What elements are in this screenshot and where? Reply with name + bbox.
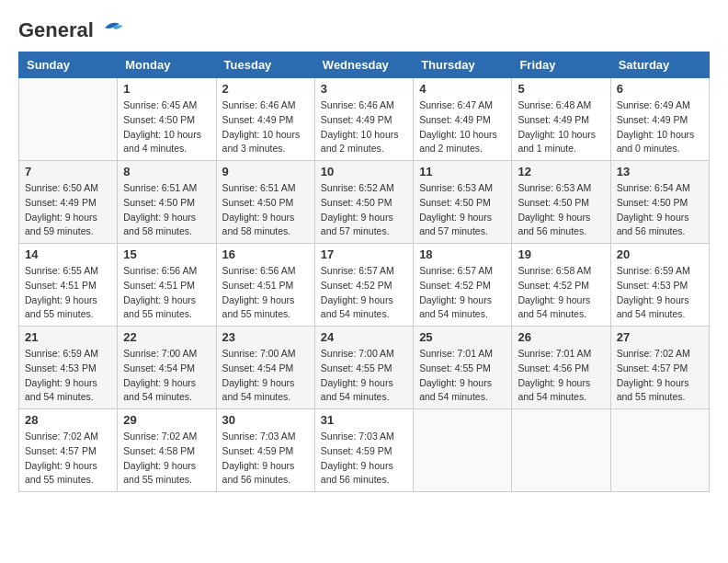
calendar-cell: 8Sunrise: 6:51 AM Sunset: 4:50 PM Daylig…: [118, 161, 216, 244]
calendar-cell: 22Sunrise: 7:00 AM Sunset: 4:54 PM Dayli…: [118, 327, 216, 409]
day-info: Sunrise: 7:01 AM Sunset: 4:55 PM Dayligh…: [419, 347, 506, 405]
day-info: Sunrise: 7:02 AM Sunset: 4:57 PM Dayligh…: [617, 347, 703, 405]
day-number: 6: [617, 82, 703, 96]
day-info: Sunrise: 7:02 AM Sunset: 4:57 PM Dayligh…: [25, 430, 111, 488]
day-number: 10: [321, 165, 407, 178]
weekday-header-cell: Monday: [118, 52, 216, 78]
calendar-cell: 11Sunrise: 6:53 AM Sunset: 4:50 PM Dayli…: [414, 161, 512, 244]
weekday-header-cell: Tuesday: [216, 52, 314, 78]
day-info: Sunrise: 7:01 AM Sunset: 4:56 PM Dayligh…: [518, 347, 604, 405]
calendar-cell: [512, 409, 610, 492]
calendar-cell: 7Sunrise: 6:50 AM Sunset: 4:49 PM Daylig…: [19, 161, 118, 244]
day-number: 26: [518, 330, 604, 344]
day-number: 9: [222, 165, 309, 178]
day-number: 27: [617, 330, 703, 344]
calendar-cell: 29Sunrise: 7:02 AM Sunset: 4:58 PM Dayli…: [118, 409, 216, 492]
day-info: Sunrise: 7:03 AM Sunset: 4:59 PM Dayligh…: [222, 430, 309, 488]
day-number: 3: [321, 82, 407, 96]
day-info: Sunrise: 6:49 AM Sunset: 4:49 PM Dayligh…: [617, 98, 703, 156]
day-number: 1: [123, 82, 210, 96]
day-number: 13: [617, 165, 703, 178]
day-info: Sunrise: 7:00 AM Sunset: 4:55 PM Dayligh…: [321, 347, 407, 405]
day-info: Sunrise: 6:52 AM Sunset: 4:50 PM Dayligh…: [321, 181, 407, 239]
weekday-header-cell: Saturday: [610, 52, 709, 78]
calendar-cell: 27Sunrise: 7:02 AM Sunset: 4:57 PM Dayli…: [610, 327, 709, 409]
weekday-header-cell: Wednesday: [314, 52, 413, 78]
day-number: 23: [222, 330, 309, 344]
calendar-cell: 15Sunrise: 6:56 AM Sunset: 4:51 PM Dayli…: [118, 244, 216, 327]
day-number: 20: [617, 247, 703, 261]
day-info: Sunrise: 6:56 AM Sunset: 4:51 PM Dayligh…: [123, 264, 210, 322]
calendar-cell: 12Sunrise: 6:53 AM Sunset: 4:50 PM Dayli…: [512, 161, 610, 244]
calendar-cell: [19, 78, 118, 161]
calendar-cell: 24Sunrise: 7:00 AM Sunset: 4:55 PM Dayli…: [314, 327, 413, 409]
weekday-header-cell: Thursday: [414, 52, 512, 78]
day-number: 4: [419, 82, 506, 96]
day-info: Sunrise: 6:53 AM Sunset: 4:50 PM Dayligh…: [518, 181, 604, 239]
day-info: Sunrise: 7:00 AM Sunset: 4:54 PM Dayligh…: [123, 347, 210, 405]
calendar-cell: 4Sunrise: 6:47 AM Sunset: 4:49 PM Daylig…: [414, 78, 512, 161]
logo: General: [18, 18, 127, 42]
day-number: 24: [321, 330, 407, 344]
calendar-cell: 13Sunrise: 6:54 AM Sunset: 4:50 PM Dayli…: [610, 161, 709, 244]
calendar-cell: 2Sunrise: 6:46 AM Sunset: 4:49 PM Daylig…: [216, 78, 314, 161]
calendar-cell: 3Sunrise: 6:46 AM Sunset: 4:49 PM Daylig…: [314, 78, 413, 161]
day-info: Sunrise: 6:57 AM Sunset: 4:52 PM Dayligh…: [321, 264, 407, 322]
day-info: Sunrise: 6:46 AM Sunset: 4:49 PM Dayligh…: [222, 98, 309, 156]
calendar-cell: 5Sunrise: 6:48 AM Sunset: 4:49 PM Daylig…: [512, 78, 610, 161]
day-info: Sunrise: 6:51 AM Sunset: 4:50 PM Dayligh…: [222, 181, 309, 239]
calendar-table: SundayMondayTuesdayWednesdayThursdayFrid…: [18, 52, 710, 492]
calendar-body: 1Sunrise: 6:45 AM Sunset: 4:50 PM Daylig…: [19, 78, 710, 492]
day-info: Sunrise: 6:51 AM Sunset: 4:50 PM Dayligh…: [123, 181, 210, 239]
calendar-cell: 20Sunrise: 6:59 AM Sunset: 4:53 PM Dayli…: [610, 244, 709, 327]
day-info: Sunrise: 6:59 AM Sunset: 4:53 PM Dayligh…: [25, 347, 111, 405]
calendar-week-row: 1Sunrise: 6:45 AM Sunset: 4:50 PM Daylig…: [19, 78, 710, 161]
weekday-header-cell: Sunday: [19, 52, 118, 78]
day-info: Sunrise: 6:57 AM Sunset: 4:52 PM Dayligh…: [419, 264, 506, 322]
day-number: 21: [25, 330, 111, 344]
day-number: 8: [123, 165, 210, 178]
day-info: Sunrise: 6:47 AM Sunset: 4:49 PM Dayligh…: [419, 98, 506, 156]
calendar-week-row: 28Sunrise: 7:02 AM Sunset: 4:57 PM Dayli…: [19, 409, 710, 492]
day-number: 25: [419, 330, 506, 344]
calendar-cell: 28Sunrise: 7:02 AM Sunset: 4:57 PM Dayli…: [19, 409, 118, 492]
logo-general-text: General: [18, 18, 94, 42]
day-number: 22: [123, 330, 210, 344]
calendar-cell: 6Sunrise: 6:49 AM Sunset: 4:49 PM Daylig…: [610, 78, 709, 161]
calendar-cell: [414, 409, 512, 492]
calendar-cell: 18Sunrise: 6:57 AM Sunset: 4:52 PM Dayli…: [414, 244, 512, 327]
day-number: 7: [25, 165, 111, 178]
day-number: 15: [123, 247, 210, 261]
day-number: 19: [518, 247, 604, 261]
calendar-cell: 26Sunrise: 7:01 AM Sunset: 4:56 PM Dayli…: [512, 327, 610, 409]
calendar-cell: 30Sunrise: 7:03 AM Sunset: 4:59 PM Dayli…: [216, 409, 314, 492]
weekday-header-cell: Friday: [512, 52, 610, 78]
day-info: Sunrise: 7:02 AM Sunset: 4:58 PM Dayligh…: [123, 430, 210, 488]
calendar-cell: 9Sunrise: 6:51 AM Sunset: 4:50 PM Daylig…: [216, 161, 314, 244]
day-number: 16: [222, 247, 309, 261]
day-info: Sunrise: 6:48 AM Sunset: 4:49 PM Dayligh…: [518, 98, 604, 156]
day-number: 14: [25, 247, 111, 261]
day-info: Sunrise: 6:53 AM Sunset: 4:50 PM Dayligh…: [419, 181, 506, 239]
calendar-cell: 17Sunrise: 6:57 AM Sunset: 4:52 PM Dayli…: [314, 244, 413, 327]
calendar-cell: 31Sunrise: 7:03 AM Sunset: 4:59 PM Dayli…: [314, 409, 413, 492]
calendar-cell: 23Sunrise: 7:00 AM Sunset: 4:54 PM Dayli…: [216, 327, 314, 409]
day-info: Sunrise: 6:46 AM Sunset: 4:49 PM Dayligh…: [321, 98, 407, 156]
day-info: Sunrise: 6:58 AM Sunset: 4:52 PM Dayligh…: [518, 264, 604, 322]
calendar-cell: 21Sunrise: 6:59 AM Sunset: 4:53 PM Dayli…: [19, 327, 118, 409]
day-info: Sunrise: 6:50 AM Sunset: 4:49 PM Dayligh…: [25, 181, 111, 239]
day-info: Sunrise: 6:56 AM Sunset: 4:51 PM Dayligh…: [222, 264, 309, 322]
logo-bird-icon: [97, 20, 127, 40]
day-number: 12: [518, 165, 604, 178]
day-info: Sunrise: 6:45 AM Sunset: 4:50 PM Dayligh…: [123, 98, 210, 156]
calendar-cell: 16Sunrise: 6:56 AM Sunset: 4:51 PM Dayli…: [216, 244, 314, 327]
calendar-week-row: 7Sunrise: 6:50 AM Sunset: 4:49 PM Daylig…: [19, 161, 710, 244]
day-number: 29: [123, 413, 210, 427]
day-number: 31: [321, 413, 407, 427]
day-info: Sunrise: 6:59 AM Sunset: 4:53 PM Dayligh…: [617, 264, 703, 322]
calendar-cell: 1Sunrise: 6:45 AM Sunset: 4:50 PM Daylig…: [118, 78, 216, 161]
calendar-cell: 19Sunrise: 6:58 AM Sunset: 4:52 PM Dayli…: [512, 244, 610, 327]
day-number: 17: [321, 247, 407, 261]
day-number: 2: [222, 82, 309, 96]
calendar-week-row: 14Sunrise: 6:55 AM Sunset: 4:51 PM Dayli…: [19, 244, 710, 327]
